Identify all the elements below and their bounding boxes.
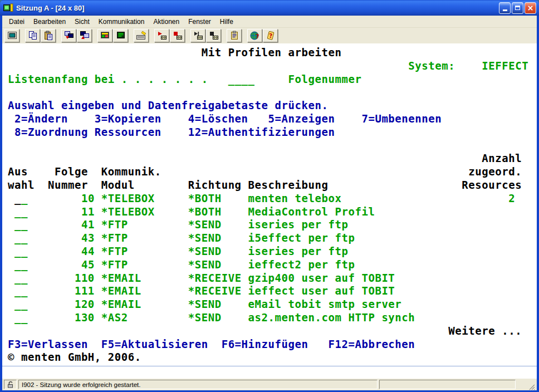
- help-button[interactable]: ?: [263, 29, 278, 42]
- terminal-text: 45 *FTP *SEND ieffect2 per ftp: [81, 258, 537, 271]
- maximize-button[interactable]: [512, 2, 523, 14]
- close-button[interactable]: ×: [525, 2, 536, 14]
- terminal-line: __ 43 *FTP *SEND i5effect per ftp: [8, 232, 537, 245]
- session-window: Sitzung A - [24 x 80] × Datei Bearbeiten…: [0, 0, 539, 392]
- selection-input[interactable]: _: [21, 192, 81, 204]
- help-icon: ?: [265, 31, 276, 41]
- terminal-text: [8, 86, 537, 98]
- resize-grip[interactable]: [528, 383, 535, 390]
- selection-input[interactable]: __: [8, 245, 81, 257]
- svg-text:?: ?: [269, 32, 272, 40]
- terminal-text: Anzahl: [8, 152, 537, 164]
- terminal-line: __ 130 *AS2 *SEND as2.menten.com HTTP sy…: [8, 311, 537, 325]
- selection-input[interactable]: __: [8, 258, 81, 271]
- terminal-line: Anzahl: [8, 152, 537, 165]
- menu-aktionen[interactable]: Aktionen: [149, 16, 184, 27]
- terminal-text: 111 *EMAIL *RECEIVE ieffect user auf TOB…: [75, 285, 537, 297]
- terminal-line: 2=Ändern 3=Kopieren 4=Löschen 5=Anzeigen…: [8, 112, 537, 126]
- selection-input[interactable]: __: [8, 205, 81, 218]
- play-macro-button[interactable]: [190, 29, 205, 42]
- selection-input[interactable]: __: [8, 311, 75, 324]
- display-setup-icon: [100, 31, 111, 41]
- notepad-icon: [229, 31, 240, 41]
- terminal-text: Weitere ...: [8, 325, 537, 337]
- stop-macro-icon: [172, 31, 183, 41]
- copy-icon: [27, 31, 38, 41]
- selection-input[interactable]: ____: [228, 73, 288, 85]
- terminal-text: Mit Profilen arbeiten: [8, 46, 537, 58]
- application-icon: [3, 3, 13, 12]
- send-file-button[interactable]: [61, 29, 76, 42]
- terminal-line: __ 45 *FTP *SEND ieffect2 per ftp: [8, 258, 537, 272]
- terminal-line: F3=Verlassen F5=Aktualisieren F6=Hinzufü…: [8, 338, 537, 351]
- terminal-line: __ 44 *FTP *SEND iseries per ftp: [8, 245, 537, 258]
- status-bar: I902 - Sitzung wurde erfolgreich gestart…: [2, 379, 537, 390]
- paste-icon: [43, 31, 54, 41]
- terminal-text: 41 *FTP *SEND iseries per ftp: [81, 218, 537, 231]
- session-window-button[interactable]: [4, 29, 19, 42]
- selection-input[interactable]: __: [8, 218, 81, 231]
- display-setup-button[interactable]: [97, 29, 112, 42]
- record-macro-button[interactable]: [154, 29, 169, 42]
- menu-sicht[interactable]: Sicht: [70, 16, 94, 27]
- terminal-line: __ 10 *TELEBOX *BOTH menten telebox 2: [8, 192, 537, 205]
- terminal-line: Auswahl eingeben und Datenfreigabetaste …: [8, 99, 537, 112]
- selection-input[interactable]: __: [8, 232, 81, 244]
- terminal-text: wahl Nummer Modul Richtung Beschreibung …: [8, 179, 537, 191]
- color-setup-icon: [115, 31, 126, 41]
- terminal-text: 44 *FTP *SEND iseries per ftp: [81, 245, 537, 257]
- terminal-text: 130 *AS2 *SEND as2.menten.com HTTP synch: [75, 311, 537, 324]
- copy-button[interactable]: [25, 29, 40, 42]
- terminal-text: 120 *EMAIL *SEND eMail tobit smtp server: [75, 298, 537, 310]
- selection-input[interactable]: __: [8, 272, 75, 284]
- terminal-text: System: IEFFECT: [8, 60, 537, 72]
- terminal-line: Listenanfang bei . . . . . . . ____ Folg…: [8, 73, 537, 86]
- terminal-text: 11 *TELEBOX *BOTH MediaControl Profil: [81, 205, 537, 218]
- terminal-line: © menten GmbH, 2006.: [8, 351, 537, 364]
- window-title: Sitzung A - [24 x 80]: [16, 4, 498, 12]
- terminal-text: Listenanfang bei . . . . . . .: [8, 73, 228, 85]
- terminal-screen[interactable]: Mit Profilen arbeiten System: IEFFECT Li…: [2, 43, 537, 366]
- oia-area: [2, 366, 537, 379]
- menu-kommunikation[interactable]: Kommunikation: [94, 16, 149, 27]
- terminal-line: __ 120 *EMAIL *SEND eMail tobit smtp ser…: [8, 298, 537, 311]
- minimize-button[interactable]: [499, 2, 511, 14]
- menu-bearbeiten[interactable]: Bearbeiten: [29, 16, 70, 27]
- terminal-text: 2=Ändern 3=Kopieren 4=Löschen 5=Anzeigen…: [8, 112, 537, 125]
- pause-macro-button[interactable]: [206, 29, 221, 42]
- terminal-line: __ 110 *EMAIL *RECEIVE gzip400 user auf …: [8, 272, 537, 285]
- selection-input[interactable]: __: [8, 285, 75, 297]
- stop-macro-button[interactable]: [170, 29, 185, 42]
- terminal-text: 43 *FTP *SEND i5effect per ftp: [81, 232, 537, 244]
- toolbar: ? ?: [2, 28, 537, 43]
- status-panel-extra: [379, 380, 516, 389]
- terminal-text: [8, 139, 537, 151]
- pause-macro-icon: [208, 31, 219, 41]
- receive-file-button[interactable]: [77, 29, 92, 42]
- menu-fenster[interactable]: Fenster: [184, 16, 215, 27]
- color-setup-button[interactable]: [113, 29, 128, 42]
- terminal-text: © menten GmbH, 2006.: [8, 351, 537, 363]
- terminal-line: wahl Nummer Modul Richtung Beschreibung …: [8, 179, 537, 192]
- selection-input[interactable]: __: [8, 298, 75, 310]
- title-bar[interactable]: Sitzung A - [24 x 80] ×: [0, 0, 539, 16]
- terminal-line: __ 41 *FTP *SEND iseries per ftp: [8, 218, 537, 232]
- close-icon: ×: [527, 4, 534, 12]
- keyboard-setup-button[interactable]: [134, 29, 149, 42]
- terminal-line: Weitere ...: [8, 325, 537, 338]
- web-support-button[interactable]: ?: [247, 29, 262, 42]
- terminal-text: 8=Zuordnung Ressourcen 12=Authentifizier…: [8, 126, 537, 138]
- terminal-line: Mit Profilen arbeiten: [8, 46, 537, 60]
- svg-text:?: ?: [256, 33, 259, 40]
- terminal-text: Aus Folge Kommunik. zugeord.: [8, 165, 537, 178]
- cursor: _: [8, 192, 21, 204]
- terminal-text: Auswahl eingeben und Datenfreigabetaste …: [8, 99, 537, 111]
- notepad-button[interactable]: [227, 29, 242, 42]
- terminal-text: 10 *TELEBOX *BOTH menten telebox 2: [81, 192, 537, 204]
- menu-datei[interactable]: Datei: [4, 16, 29, 27]
- menu-hilfe[interactable]: Hilfe: [215, 16, 238, 27]
- session-window-icon: [7, 31, 18, 41]
- paste-button[interactable]: [41, 29, 56, 42]
- minimize-icon: [503, 9, 507, 11]
- terminal-line: System: IEFFECT: [8, 60, 537, 73]
